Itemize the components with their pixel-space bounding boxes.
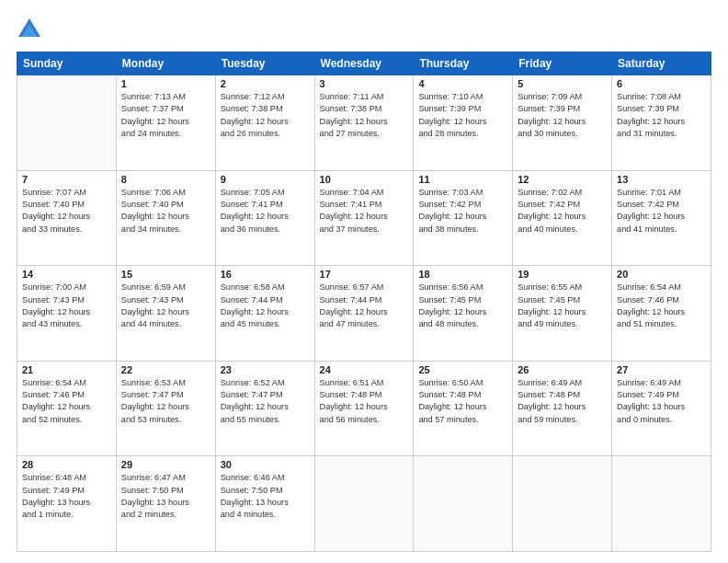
calendar-cell: 11Sunrise: 7:03 AMSunset: 7:42 PMDayligh… bbox=[414, 170, 513, 266]
day-info: Sunrise: 7:04 AMSunset: 7:41 PMDaylight:… bbox=[320, 187, 409, 236]
day-number: 25 bbox=[418, 364, 507, 375]
day-number: 24 bbox=[320, 364, 409, 375]
calendar-cell: 30Sunrise: 6:46 AMSunset: 7:50 PMDayligh… bbox=[215, 456, 314, 552]
calendar-cell: 2Sunrise: 7:12 AMSunset: 7:38 PMDaylight… bbox=[215, 75, 314, 171]
weekday-header-sunday: Sunday bbox=[17, 52, 117, 75]
calendar-cell: 17Sunrise: 6:57 AMSunset: 7:44 PMDayligh… bbox=[314, 266, 414, 362]
day-number: 26 bbox=[518, 364, 607, 375]
day-number: 11 bbox=[418, 174, 507, 185]
day-info: Sunrise: 6:53 AMSunset: 7:47 PMDaylight:… bbox=[121, 377, 210, 426]
header bbox=[17, 17, 711, 42]
day-info: Sunrise: 6:54 AMSunset: 7:46 PMDaylight:… bbox=[617, 282, 706, 330]
day-number: 14 bbox=[22, 269, 111, 280]
calendar-cell: 10Sunrise: 7:04 AMSunset: 7:41 PMDayligh… bbox=[314, 170, 414, 266]
day-number: 21 bbox=[22, 364, 111, 375]
calendar-cell: 29Sunrise: 6:47 AMSunset: 7:50 PMDayligh… bbox=[116, 456, 215, 552]
calendar-cell: 25Sunrise: 6:50 AMSunset: 7:48 PMDayligh… bbox=[414, 361, 513, 456]
day-number: 27 bbox=[617, 364, 706, 375]
calendar-week-row: 1Sunrise: 7:13 AMSunset: 7:37 PMDaylight… bbox=[17, 75, 711, 171]
calendar-week-row: 7Sunrise: 7:07 AMSunset: 7:40 PMDaylight… bbox=[17, 170, 711, 266]
calendar-cell bbox=[414, 456, 513, 552]
calendar-cell bbox=[17, 75, 117, 171]
day-number: 20 bbox=[617, 269, 706, 280]
calendar-cell: 13Sunrise: 7:01 AMSunset: 7:42 PMDayligh… bbox=[612, 170, 711, 266]
day-number: 2 bbox=[221, 78, 310, 89]
calendar-cell: 5Sunrise: 7:09 AMSunset: 7:39 PMDaylight… bbox=[513, 75, 612, 171]
day-number: 8 bbox=[121, 174, 210, 185]
weekday-header-row: SundayMondayTuesdayWednesdayThursdayFrid… bbox=[17, 52, 711, 75]
day-info: Sunrise: 6:52 AMSunset: 7:47 PMDaylight:… bbox=[221, 377, 310, 426]
calendar-cell: 22Sunrise: 6:53 AMSunset: 7:47 PMDayligh… bbox=[116, 361, 215, 456]
day-number: 7 bbox=[22, 174, 111, 185]
calendar-cell: 1Sunrise: 7:13 AMSunset: 7:37 PMDaylight… bbox=[116, 75, 215, 171]
weekday-header-thursday: Thursday bbox=[414, 52, 513, 75]
day-number: 1 bbox=[121, 78, 210, 89]
day-number: 6 bbox=[617, 78, 706, 89]
weekday-header-monday: Monday bbox=[116, 52, 215, 75]
day-info: Sunrise: 7:11 AMSunset: 7:38 PMDaylight:… bbox=[320, 91, 409, 140]
day-info: Sunrise: 7:09 AMSunset: 7:39 PMDaylight:… bbox=[518, 91, 607, 140]
day-number: 4 bbox=[418, 78, 507, 89]
calendar-cell: 14Sunrise: 7:00 AMSunset: 7:43 PMDayligh… bbox=[17, 266, 117, 362]
day-info: Sunrise: 6:55 AMSunset: 7:45 PMDaylight:… bbox=[518, 282, 607, 330]
calendar-cell bbox=[612, 456, 711, 552]
calendar-cell bbox=[314, 456, 414, 552]
day-info: Sunrise: 6:58 AMSunset: 7:44 PMDaylight:… bbox=[221, 282, 310, 330]
calendar-cell: 27Sunrise: 6:49 AMSunset: 7:49 PMDayligh… bbox=[612, 361, 711, 456]
weekday-header-saturday: Saturday bbox=[612, 52, 711, 75]
day-number: 18 bbox=[418, 269, 507, 280]
calendar-cell: 9Sunrise: 7:05 AMSunset: 7:41 PMDaylight… bbox=[215, 170, 314, 266]
calendar-cell: 18Sunrise: 6:56 AMSunset: 7:45 PMDayligh… bbox=[414, 266, 513, 362]
calendar-cell: 3Sunrise: 7:11 AMSunset: 7:38 PMDaylight… bbox=[314, 75, 414, 171]
calendar-cell: 21Sunrise: 6:54 AMSunset: 7:46 PMDayligh… bbox=[17, 361, 117, 456]
day-info: Sunrise: 7:06 AMSunset: 7:40 PMDaylight:… bbox=[121, 187, 210, 236]
day-info: Sunrise: 6:49 AMSunset: 7:49 PMDaylight:… bbox=[617, 377, 706, 426]
calendar-cell: 24Sunrise: 6:51 AMSunset: 7:48 PMDayligh… bbox=[314, 361, 414, 456]
day-number: 15 bbox=[121, 269, 210, 280]
day-info: Sunrise: 6:54 AMSunset: 7:46 PMDaylight:… bbox=[22, 377, 111, 426]
calendar-cell: 6Sunrise: 7:08 AMSunset: 7:39 PMDaylight… bbox=[612, 75, 711, 171]
weekday-header-friday: Friday bbox=[513, 52, 612, 75]
logo-icon bbox=[17, 17, 42, 42]
day-number: 28 bbox=[22, 459, 111, 470]
calendar-cell: 26Sunrise: 6:49 AMSunset: 7:48 PMDayligh… bbox=[513, 361, 612, 456]
day-number: 12 bbox=[518, 174, 607, 185]
day-number: 19 bbox=[518, 269, 607, 280]
page: SundayMondayTuesdayWednesdayThursdayFrid… bbox=[0, 0, 728, 563]
day-info: Sunrise: 7:08 AMSunset: 7:39 PMDaylight:… bbox=[617, 91, 706, 140]
day-number: 17 bbox=[320, 269, 409, 280]
day-number: 29 bbox=[121, 459, 210, 470]
day-info: Sunrise: 6:46 AMSunset: 7:50 PMDaylight:… bbox=[221, 472, 310, 521]
calendar-cell bbox=[513, 456, 612, 552]
day-number: 13 bbox=[617, 174, 706, 185]
day-info: Sunrise: 7:05 AMSunset: 7:41 PMDaylight:… bbox=[221, 187, 310, 236]
day-info: Sunrise: 6:57 AMSunset: 7:44 PMDaylight:… bbox=[320, 282, 409, 330]
day-number: 5 bbox=[518, 78, 607, 89]
day-info: Sunrise: 7:02 AMSunset: 7:42 PMDaylight:… bbox=[518, 187, 607, 236]
day-number: 16 bbox=[221, 269, 310, 280]
calendar-cell: 8Sunrise: 7:06 AMSunset: 7:40 PMDaylight… bbox=[116, 170, 215, 266]
day-number: 22 bbox=[121, 364, 210, 375]
calendar-cell: 4Sunrise: 7:10 AMSunset: 7:39 PMDaylight… bbox=[414, 75, 513, 171]
day-info: Sunrise: 6:48 AMSunset: 7:49 PMDaylight:… bbox=[22, 472, 111, 521]
day-info: Sunrise: 6:50 AMSunset: 7:48 PMDaylight:… bbox=[418, 377, 507, 426]
calendar-cell: 15Sunrise: 6:59 AMSunset: 7:43 PMDayligh… bbox=[116, 266, 215, 362]
day-number: 23 bbox=[221, 364, 310, 375]
day-info: Sunrise: 7:07 AMSunset: 7:40 PMDaylight:… bbox=[22, 187, 111, 236]
day-info: Sunrise: 7:01 AMSunset: 7:42 PMDaylight:… bbox=[617, 187, 706, 236]
day-info: Sunrise: 7:12 AMSunset: 7:38 PMDaylight:… bbox=[221, 91, 310, 140]
day-info: Sunrise: 7:13 AMSunset: 7:37 PMDaylight:… bbox=[121, 91, 210, 140]
day-info: Sunrise: 6:59 AMSunset: 7:43 PMDaylight:… bbox=[121, 282, 210, 330]
calendar-week-row: 21Sunrise: 6:54 AMSunset: 7:46 PMDayligh… bbox=[17, 361, 711, 456]
calendar-cell: 20Sunrise: 6:54 AMSunset: 7:46 PMDayligh… bbox=[612, 266, 711, 362]
calendar-table: SundayMondayTuesdayWednesdayThursdayFrid… bbox=[17, 52, 711, 552]
calendar-week-row: 28Sunrise: 6:48 AMSunset: 7:49 PMDayligh… bbox=[17, 456, 711, 552]
day-info: Sunrise: 6:56 AMSunset: 7:45 PMDaylight:… bbox=[418, 282, 507, 330]
calendar-cell: 23Sunrise: 6:52 AMSunset: 7:47 PMDayligh… bbox=[215, 361, 314, 456]
calendar-cell: 19Sunrise: 6:55 AMSunset: 7:45 PMDayligh… bbox=[513, 266, 612, 362]
day-info: Sunrise: 6:51 AMSunset: 7:48 PMDaylight:… bbox=[320, 377, 409, 426]
weekday-header-wednesday: Wednesday bbox=[314, 52, 414, 75]
day-number: 9 bbox=[221, 174, 310, 185]
calendar-week-row: 14Sunrise: 7:00 AMSunset: 7:43 PMDayligh… bbox=[17, 266, 711, 362]
day-number: 10 bbox=[320, 174, 409, 185]
